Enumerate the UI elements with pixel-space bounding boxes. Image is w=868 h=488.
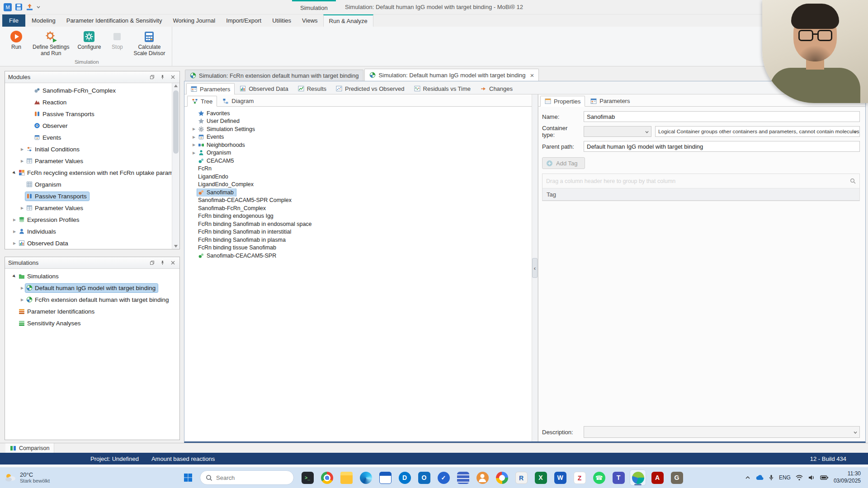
- expander-icon[interactable]: ▶: [11, 230, 18, 234]
- wifi-icon[interactable]: [796, 474, 803, 481]
- menu-modeling[interactable]: Modeling: [26, 14, 61, 27]
- module-organism[interactable]: Organism: [5, 178, 172, 190]
- expander-icon[interactable]: ▶: [191, 135, 197, 139]
- taskbar-app-word[interactable]: W: [552, 469, 568, 486]
- param-neighborhoods[interactable]: ▶Neighborhoods: [184, 141, 532, 149]
- expander-icon[interactable]: ▶: [19, 286, 25, 290]
- simulation-simulations[interactable]: ▶Simulations: [5, 270, 179, 282]
- taskbar-app-terminal[interactable]: >_: [299, 469, 316, 486]
- battery-icon[interactable]: [820, 475, 829, 480]
- configure-button[interactable]: Configure: [74, 28, 104, 52]
- param-fcrn-binding-sanofimab-in-endosomal-space[interactable]: FcRn binding Sanofimab in endosomal spac…: [184, 220, 532, 228]
- container-type-select[interactable]: [584, 126, 651, 137]
- expander-icon[interactable]: ▶: [11, 218, 18, 222]
- description-caret-icon[interactable]: [854, 429, 857, 436]
- param-sanofimab-fcrn-complex[interactable]: Sanofimab-FcRn_Complex: [184, 204, 532, 212]
- module-passive-transports[interactable]: Passive Transports: [5, 108, 172, 120]
- tray-chevron-up-icon[interactable]: [745, 476, 750, 479]
- close-panel-icon[interactable]: [169, 74, 176, 81]
- scroll-thumb[interactable]: [173, 90, 179, 154]
- module-initial-conditions[interactable]: ▶Initial Conditions: [5, 143, 172, 155]
- props-tab-properties[interactable]: Properties: [540, 96, 585, 107]
- module-expression-profiles[interactable]: ▶Expression Profiles: [5, 214, 172, 225]
- comparison-tab[interactable]: Comparison: [5, 443, 54, 453]
- taskbar-app-mobi[interactable]: [630, 469, 646, 486]
- menu-working-journal[interactable]: Working Journal: [167, 14, 221, 27]
- taskbar-app-calendar[interactable]: [377, 469, 393, 486]
- taskbar-app-acrobat[interactable]: A: [649, 469, 665, 486]
- taskbar-app-todo[interactable]: ✓: [435, 469, 452, 486]
- float-panel-icon[interactable]: [148, 74, 156, 81]
- module-sanofimab-fcrn-complex[interactable]: Sanofimab-FcRn_Complex: [5, 84, 172, 96]
- module-parameter-values[interactable]: ▶Parameter Values: [5, 155, 172, 167]
- search-input[interactable]: [216, 474, 296, 481]
- menu-parameter-identification-sensitivity[interactable]: Parameter Identification & Sensitivity: [61, 14, 168, 27]
- export-icon[interactable]: [26, 3, 33, 11]
- simulation-parameter-identifications[interactable]: Parameter Identifications: [5, 305, 179, 317]
- doc-tab-simulation-fcrn-extension-default-human-with-target-binding[interactable]: Simulation: FcRn extension default human…: [185, 70, 363, 81]
- expander-icon[interactable]: ▶: [191, 127, 197, 131]
- pin-panel-icon[interactable]: [159, 259, 166, 267]
- doc-tab-simulation-default-human-igg-model-with-target-binding[interactable]: Simulation: Default human IgG model with…: [364, 69, 539, 81]
- collapse-panel-icon[interactable]: ‹: [532, 258, 538, 278]
- taskbar-app-r[interactable]: R: [513, 469, 529, 486]
- pin-panel-icon[interactable]: [159, 74, 166, 81]
- param-ceacam5[interactable]: CEACAM5: [184, 157, 532, 165]
- taskbar-app-planner[interactable]: [455, 469, 471, 486]
- view-tab-tree[interactable]: Tree: [187, 96, 217, 107]
- module-individuals[interactable]: ▶Individuals: [5, 225, 172, 237]
- language-indicator[interactable]: ENG: [779, 474, 791, 481]
- tag-column-header[interactable]: Tag: [542, 188, 859, 201]
- expander-icon[interactable]: ▶: [11, 169, 18, 176]
- float-panel-icon[interactable]: [148, 259, 156, 267]
- param-sanofimab-ceacam5-spr-complex[interactable]: Sanofimab-CEACAM5-SPR Complex: [184, 197, 532, 205]
- param-events[interactable]: ▶Events: [184, 133, 532, 141]
- tab-parameters[interactable]: Parameters: [186, 83, 235, 94]
- onedrive-icon[interactable]: [755, 475, 764, 480]
- scroll-down-icon[interactable]: [174, 245, 178, 248]
- module-reaction[interactable]: Reaction: [5, 96, 172, 108]
- module-fcrn-recycling-extension-with-net-fcrn-uptake-parameter[interactable]: ▶FcRn recycling extension with net FcRn …: [5, 167, 172, 178]
- param-sanofimab[interactable]: Sanofimab: [184, 188, 532, 197]
- tab-residuals-vs-time[interactable]: Residuals vs Time: [410, 83, 475, 94]
- stop-button[interactable]: Stop: [106, 28, 128, 52]
- taskbar-app-meet[interactable]: [494, 469, 510, 486]
- module-observed-data[interactable]: ▶Observed Data: [5, 237, 172, 249]
- expander-icon[interactable]: ▶: [11, 241, 18, 245]
- param-fcrn-binding-endogenous-igg[interactable]: FcRn binding endogenous Igg: [184, 212, 532, 221]
- description-input[interactable]: [584, 426, 860, 438]
- close-tab-icon[interactable]: ×: [530, 72, 534, 79]
- menu-utilities[interactable]: Utilities: [267, 14, 297, 27]
- mic-icon[interactable]: [769, 474, 774, 481]
- expander-icon[interactable]: ▶: [191, 151, 197, 155]
- module-events[interactable]: Events: [5, 131, 172, 143]
- taskbar-app-people[interactable]: [474, 469, 491, 486]
- param-fcrn-binding-sanofimab-in-interstitial[interactable]: FcRn binding Sanofimab in interstitial: [184, 228, 532, 236]
- expander-icon[interactable]: ▶: [19, 159, 25, 163]
- module-passive-transports[interactable]: Passive Transports: [5, 190, 172, 202]
- parent-path-input[interactable]: [584, 141, 860, 152]
- param-ligandendo[interactable]: LigandEndo: [184, 173, 532, 181]
- menu-import-export[interactable]: Import/Export: [221, 14, 267, 27]
- menu-views[interactable]: Views: [297, 14, 323, 27]
- tab-observed-data[interactable]: Observed Data: [235, 83, 292, 94]
- group-by-strip[interactable]: Drag a column header here to group by th…: [542, 174, 859, 188]
- taskbar-app-whatsapp[interactable]: ☎: [591, 469, 607, 486]
- run-button[interactable]: Run: [5, 28, 28, 52]
- param-sanofimab-ceacam5-spr[interactable]: Sanofimab-CEACAM5-SPR: [184, 252, 532, 260]
- taskbar-app-teams[interactable]: T: [610, 469, 627, 486]
- tab-predicted-vs-observed[interactable]: Predicted vs Observed: [331, 83, 409, 94]
- simulation-default-human-igg-model-with-target-binding[interactable]: ▶Default human IgG model with target bin…: [5, 282, 179, 294]
- simulation-sensitivity-analyses[interactable]: Sensitivity Analyses: [5, 317, 179, 329]
- tab-results[interactable]: Results: [293, 83, 331, 94]
- taskbar-search[interactable]: [200, 470, 294, 485]
- expander-icon[interactable]: ▶: [19, 147, 25, 151]
- hint-caret-icon[interactable]: [854, 128, 857, 135]
- grid-search-icon[interactable]: [850, 178, 856, 184]
- splitter[interactable]: ‹: [532, 94, 538, 441]
- view-tab-diagram[interactable]: Diagram: [218, 95, 258, 106]
- add-tag-button[interactable]: Add Tag: [542, 157, 585, 169]
- ribbon-context-tab[interactable]: Simulation: [292, 0, 336, 14]
- taskbar-app-folder[interactable]: [338, 469, 354, 486]
- volume-icon[interactable]: [808, 474, 815, 481]
